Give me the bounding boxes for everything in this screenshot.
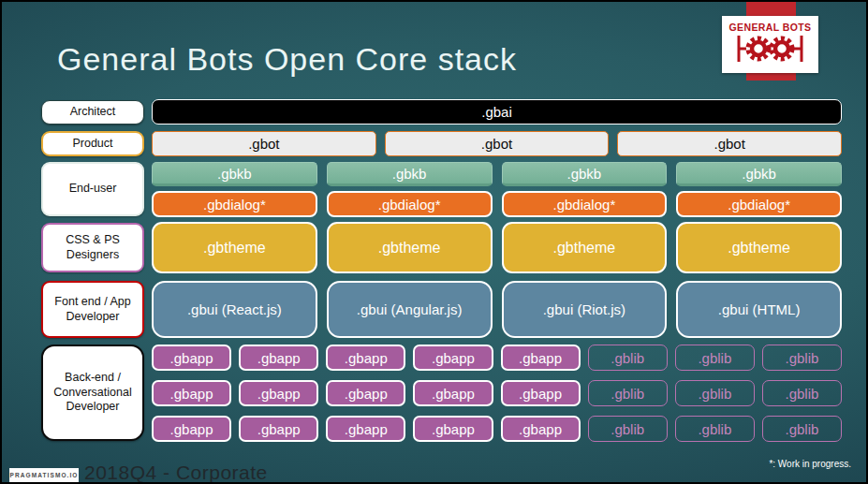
gbapp-box: .gbapp <box>501 345 581 371</box>
gbapp-box: .gbapp <box>239 345 318 371</box>
gbapp-box: .gbapp <box>413 416 493 442</box>
gblib-box: .gblib <box>675 380 755 406</box>
general-bots-logo: GENERAL BOTS <box>722 16 818 73</box>
gbai-bar: .gbai <box>152 99 842 125</box>
gbot-box: .gbot <box>617 131 842 156</box>
gbtheme-box: .gbtheme <box>676 222 842 273</box>
gbdialog-box: .gbdialog* <box>327 191 493 217</box>
gbapp-box: .gbapp <box>413 380 493 406</box>
gbot-box: .gbot <box>385 131 610 156</box>
gbapp-box: .gbapp <box>326 380 405 406</box>
gears-icon <box>732 34 809 67</box>
gbui-react-box: .gbui (React.js) <box>152 281 317 338</box>
gbapp-box: .gbapp <box>501 416 581 442</box>
gblib-box: .gblib <box>588 416 668 442</box>
gbapp-box: .gbapp <box>152 345 231 371</box>
gblib-box: .gblib <box>588 345 668 371</box>
backend-row: .gbapp .gbapp .gbapp .gbapp .gbapp .gbli… <box>152 416 842 442</box>
gbtheme-box: .gbtheme <box>152 222 317 273</box>
gbapp-box: .gbapp <box>413 345 493 371</box>
gbtheme-box: .gbtheme <box>502 222 668 273</box>
backend-row: .gbapp .gbapp .gbapp .gbapp .gbapp .gbli… <box>152 380 842 406</box>
gblib-box: .gblib <box>588 380 668 406</box>
role-label-end-user: End-user <box>41 162 144 216</box>
gblib-box: .gblib <box>762 345 842 371</box>
role-label-front-end-app-developer: Font end / App Developer <box>41 281 144 338</box>
gbui-riot-box: .gbui (Riot.js) <box>502 281 668 338</box>
gbkb-box: .gbkb <box>327 162 493 186</box>
gbapp-box: .gbapp <box>326 345 405 371</box>
gbdialog-box: .gbdialog* <box>502 191 668 217</box>
gbot-row: .gbot .gbot .gbot <box>152 131 842 156</box>
gbapp-box: .gbapp <box>239 416 318 442</box>
gblib-box: .gblib <box>762 416 842 442</box>
gblib-box: .gblib <box>762 380 842 406</box>
role-label-architect: Architect <box>41 100 144 125</box>
gbapp-box: .gbapp <box>152 416 231 442</box>
gbui-html-box: .gbui (HTML) <box>676 281 842 338</box>
gbkb-box: .gbkb <box>152 162 317 186</box>
role-label-product: Product <box>41 131 144 156</box>
pragmatismo-badge: PRAGMATISMO.IO <box>9 468 79 482</box>
gbkb-row: .gbkb .gbkb .gbkb .gbkb <box>152 162 842 186</box>
gbapp-box: .gbapp <box>501 380 581 406</box>
gbtheme-row: .gbtheme .gbtheme .gbtheme .gbtheme <box>152 222 842 273</box>
gbui-angular-box: .gbui (Angular.js) <box>327 281 493 338</box>
gblib-box: .gblib <box>675 416 755 442</box>
gbkb-box: .gbkb <box>676 162 842 186</box>
slide: General Bots Open Core stack GENERAL BOT… <box>0 0 868 484</box>
gbdialog-box: .gbdialog* <box>152 191 317 217</box>
gbkb-box: .gbkb <box>502 162 668 186</box>
gbdialog-box: .gbdialog* <box>676 191 842 217</box>
gbai-row: .gbai <box>152 99 842 125</box>
role-label-css-ps-designers: CSS & PS Designers <box>41 223 144 272</box>
gbapp-box: .gbapp <box>239 380 318 406</box>
gbapp-box: .gbapp <box>152 380 231 406</box>
gbot-box: .gbot <box>152 131 376 156</box>
gbapp-box: .gbapp <box>326 416 405 442</box>
gbtheme-box: .gbtheme <box>327 222 493 273</box>
gblib-box: .gblib <box>675 345 755 371</box>
page-title: General Bots Open Core stack <box>57 41 517 78</box>
gbdialog-row: .gbdialog* .gbdialog* .gbdialog* .gbdial… <box>152 191 842 217</box>
gbui-row: .gbui (React.js) .gbui (Angular.js) .gbu… <box>152 281 842 338</box>
slide-caption: 2018Q4 - Corporate <box>84 462 268 484</box>
work-in-progress-note: *: Work in progress. <box>769 459 851 469</box>
role-label-back-end-conversational-developer: Back-end / Conversational Developer <box>41 345 144 441</box>
logo-brand-text: GENERAL BOTS <box>728 22 811 33</box>
backend-row: .gbapp .gbapp .gbapp .gbapp .gbapp .gbli… <box>152 345 842 371</box>
